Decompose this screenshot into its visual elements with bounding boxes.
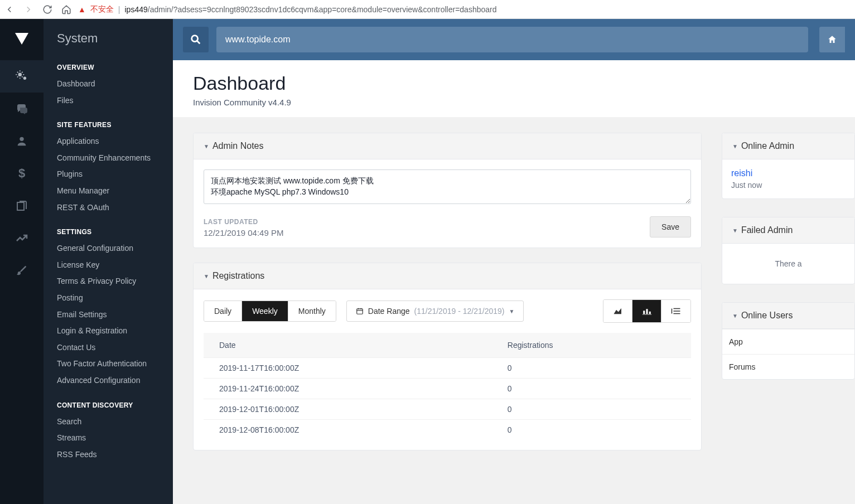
page-header: Dashboard Invision Community v4.4.9 (173, 60, 855, 117)
sidebar-item[interactable]: Email Settings (44, 307, 173, 323)
online-users-panel: ▼ Online Users App Forums (722, 302, 855, 380)
last-updated-value: 12/21/2019 04:49 PM (204, 228, 283, 238)
svg-point-1 (23, 77, 26, 80)
date-range-picker[interactable]: Date Range (11/21/2019 - 12/21/2019) ▼ (346, 301, 524, 322)
sidebar-item[interactable]: Search (44, 414, 173, 430)
nav-settings-icon[interactable] (0, 60, 44, 93)
area-chart-icon[interactable] (603, 300, 632, 322)
sidebar-item[interactable]: Plugins (44, 166, 173, 183)
last-updated-label: LAST UPDATED (204, 218, 283, 226)
failed-admin-header[interactable]: ▼ Failed Admin (722, 217, 854, 244)
col-date: Date (204, 333, 492, 358)
app-iconbar: $ (0, 19, 44, 504)
security-label: 不安全 (90, 4, 114, 14)
nav-chat-icon[interactable] (0, 93, 44, 125)
sidebar-item[interactable]: Applications (44, 133, 173, 150)
failed-admin-panel: ▼ Failed Admin There a (722, 217, 855, 284)
nav-stats-icon[interactable] (0, 222, 44, 254)
sidebar-item[interactable]: Contact Us (44, 340, 173, 356)
forward-icon (23, 4, 33, 14)
sidebar-item[interactable]: Streams (44, 430, 173, 447)
admin-notes-textarea[interactable] (204, 169, 691, 204)
url-path: /admin/?adsess=9ccnlngt89023scdnv1dc6cqv… (148, 5, 497, 14)
table-row: 2019-11-24T16:00:00Z0 (204, 379, 691, 399)
sidebar-item[interactable]: General Configuration (44, 240, 173, 257)
cell-date: 2019-12-08T16:00:00Z (204, 420, 492, 440)
home-outline-icon[interactable] (61, 4, 71, 14)
svg-rect-7 (357, 309, 363, 314)
save-button[interactable]: Save (650, 216, 691, 238)
svg-point-0 (18, 73, 22, 77)
date-range-value: (11/21/2019 - 12/21/2019) (414, 307, 505, 316)
online-admin-header[interactable]: ▼ Online Admin (722, 133, 854, 159)
back-icon[interactable] (4, 4, 15, 14)
sidebar-item[interactable]: REST & OAuth (44, 200, 173, 216)
svg-point-5 (192, 36, 198, 42)
tab-monthly[interactable]: Monthly (288, 301, 336, 321)
table-row: 2019-11-17T16:00:00Z0 (204, 358, 691, 379)
registrations-header[interactable]: ▼ Registrations (194, 263, 701, 289)
insecure-icon: ▲ (78, 5, 86, 14)
col-reg: Registrations (492, 333, 691, 358)
nav-files-icon[interactable] (0, 190, 44, 222)
app-logo[interactable] (0, 19, 44, 60)
home-button[interactable] (819, 27, 845, 52)
admin-notes-header[interactable]: ▼ Admin Notes (194, 133, 701, 159)
sidebar-item[interactable]: Community Enhancements (44, 150, 173, 167)
admin-user-link[interactable]: reishi (731, 168, 846, 178)
sidebar-item[interactable]: License Key (44, 257, 173, 274)
caret-down-icon: ▼ (204, 273, 209, 279)
caret-down-icon: ▼ (732, 143, 738, 149)
reload-icon[interactable] (42, 4, 52, 14)
caret-down-icon: ▼ (204, 143, 209, 149)
sidebar-item[interactable]: Menu Manager (44, 183, 173, 200)
topbar (173, 19, 855, 60)
svg-rect-13 (649, 312, 650, 314)
address-bar[interactable]: ▲ 不安全 | ips449/admin/?adsess=9ccnlngt890… (78, 4, 851, 14)
admin-notes-title: Admin Notes (212, 141, 264, 151)
bar-chart-icon[interactable] (632, 300, 661, 322)
caret-down-icon: ▼ (732, 227, 738, 234)
sidebar-item[interactable]: Posting (44, 290, 173, 307)
sidebar-heading: SITE FEATURES (44, 117, 173, 133)
period-tabs: Daily Weekly Monthly (204, 301, 336, 322)
table-row: 2019-12-08T16:00:00Z0 (204, 420, 691, 440)
sidebar-item[interactable]: Advanced Configuration (44, 372, 173, 389)
date-range-label: Date Range (368, 307, 410, 316)
tab-weekly[interactable]: Weekly (242, 301, 288, 321)
admin-notes-panel: ▼ Admin Notes LAST UPDATED 12/21/2019 04… (193, 133, 702, 248)
search-button[interactable] (183, 27, 209, 52)
table-row: 2019-12-01T16:00:00Z0 (204, 399, 691, 420)
sidebar-item[interactable]: Files (44, 93, 173, 109)
chart-type-group (603, 299, 691, 323)
cell-reg: 0 (492, 399, 691, 420)
sidebar-item[interactable]: RSS Feeds (44, 447, 173, 463)
registrations-title: Registrations (212, 271, 264, 281)
registrations-panel: ▼ Registrations Daily Weekly Monthly (193, 263, 702, 450)
sidebar-item[interactable]: Dashboard (44, 76, 173, 93)
nav-dollar-icon[interactable]: $ (0, 157, 44, 190)
calendar-icon (356, 307, 364, 315)
sidebar-heading: SETTINGS (44, 224, 173, 240)
cell-date: 2019-11-24T16:00:00Z (204, 379, 492, 399)
sidebar-title: System (44, 19, 173, 56)
online-admin-panel: ▼ Online Admin reishi Just now (722, 133, 855, 199)
sidebar-item[interactable]: Login & Registration (44, 323, 173, 340)
list-chart-icon[interactable] (661, 300, 690, 322)
page-title: Dashboard (193, 72, 835, 94)
list-item[interactable]: App (722, 329, 854, 354)
nav-brush-icon[interactable] (0, 254, 44, 287)
svg-line-6 (197, 41, 200, 43)
sidebar-item[interactable]: Terms & Privacy Policy (44, 273, 173, 290)
registrations-table: Date Registrations 2019-11-17T16:00:00Z0… (204, 333, 691, 440)
cell-reg: 0 (492, 420, 691, 440)
sidebar-item[interactable]: Two Factor Authentication (44, 356, 173, 372)
nav-user-icon[interactable] (0, 125, 44, 157)
search-input[interactable] (216, 27, 808, 52)
svg-rect-4 (17, 202, 24, 210)
svg-point-2 (20, 137, 23, 141)
cell-reg: 0 (492, 379, 691, 399)
tab-daily[interactable]: Daily (204, 301, 242, 321)
online-users-header[interactable]: ▼ Online Users (722, 303, 854, 329)
list-item[interactable]: Forums (722, 354, 854, 379)
